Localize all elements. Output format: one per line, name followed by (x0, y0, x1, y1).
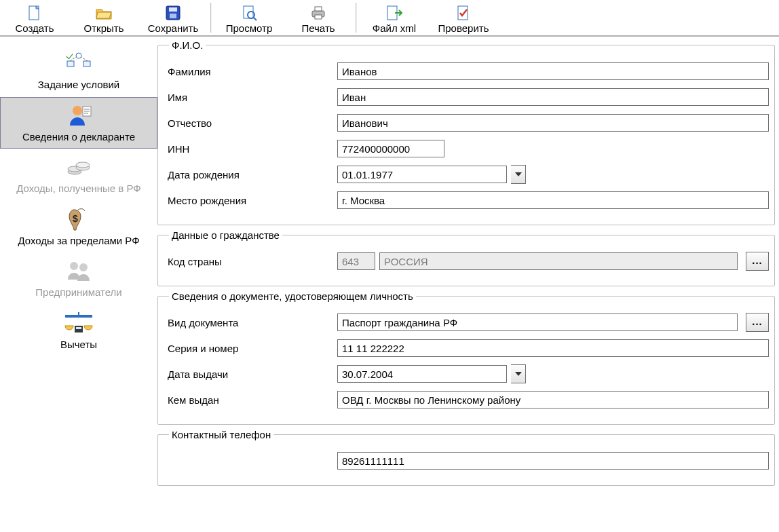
svg-point-27 (70, 262, 78, 270)
inn-label: ИНН (168, 143, 337, 155)
conditions-icon (65, 50, 92, 77)
birth-place-label: Место рождения (168, 195, 337, 206)
birth-place-input[interactable] (337, 191, 769, 209)
doc-issued-by-label: Кем выдан (168, 394, 337, 406)
svg-point-25 (76, 162, 90, 168)
sidebar-item-conditions[interactable]: Задание условий (0, 45, 157, 97)
sidebar-item-income-abroad[interactable]: $ Доходы за пределами РФ (0, 201, 157, 253)
name-label: Имя (168, 92, 337, 103)
new-file-icon (27, 4, 42, 22)
group-citizenship-legend: Данные о гражданстве (169, 229, 282, 241)
sidebar-item-label: Вычеты (60, 339, 97, 351)
patronymic-input[interactable] (337, 114, 769, 132)
svg-rect-3 (169, 7, 177, 12)
declarant-icon (65, 102, 92, 129)
print-label: Печать (301, 22, 335, 34)
toolbar-separator-1 (210, 3, 212, 33)
svg-rect-4 (170, 14, 176, 18)
deductions-icon (64, 309, 94, 337)
svg-rect-16 (83, 61, 90, 66)
income-abroad-icon: $ (67, 206, 90, 233)
check-doc-icon (456, 4, 471, 22)
check-button[interactable]: Проверить (429, 3, 498, 34)
main-toolbar: Создать Открыть Сохранить Просмотр Печат… (0, 0, 779, 37)
surname-input[interactable] (337, 62, 769, 80)
file-xml-button[interactable]: Файл xml (360, 3, 429, 34)
entrepreneurs-icon (64, 257, 93, 284)
svg-rect-10 (315, 15, 322, 19)
toolbar-separator-2 (356, 3, 357, 33)
chevron-down-icon (515, 172, 522, 176)
form-panel: Ф.И.О. Фамилия Имя Отчество ИНН Дата рож… (157, 37, 779, 532)
phone-input[interactable] (337, 452, 769, 470)
group-identity: Сведения о документе, удостоверяющем лич… (157, 290, 775, 425)
svg-point-17 (73, 106, 82, 115)
file-xml-label: Файл xml (373, 22, 416, 34)
svg-point-28 (79, 263, 88, 271)
birth-date-input[interactable] (337, 166, 507, 183)
sidebar-item-label: Сведения о декларанте (22, 132, 135, 143)
open-label: Открыть (84, 22, 124, 34)
folder-open-icon (95, 4, 113, 22)
navigation-sidebar: Задание условий Сведения о декларанте До… (0, 37, 157, 532)
country-name-field (379, 252, 738, 270)
group-citizenship: Данные о гражданстве Код страны ... (157, 229, 775, 286)
save-label: Сохранить (148, 22, 199, 34)
doc-issue-date-dropdown[interactable] (511, 364, 526, 383)
group-contact-legend: Контактный телефон (169, 429, 273, 440)
svg-rect-31 (76, 327, 81, 329)
create-button[interactable]: Создать (0, 3, 69, 34)
svg-rect-9 (315, 7, 322, 11)
preview-label: Просмотр (226, 22, 273, 34)
sidebar-item-label: Доходы за пределами РФ (18, 235, 139, 247)
svg-line-7 (254, 18, 256, 20)
open-button[interactable]: Открыть (69, 3, 138, 34)
country-lookup-button[interactable]: ... (746, 252, 769, 271)
svg-rect-15 (67, 61, 74, 66)
birth-date-dropdown[interactable] (511, 165, 526, 184)
group-fio-legend: Ф.И.О. (169, 39, 206, 51)
sidebar-item-income-rf[interactable]: Доходы, полученные в РФ (0, 149, 157, 201)
printer-icon (309, 4, 327, 22)
inn-input[interactable] (337, 140, 444, 157)
save-button[interactable]: Сохранить (138, 3, 208, 34)
surname-label: Фамилия (168, 66, 337, 77)
chevron-down-icon (515, 372, 522, 376)
doc-issue-date-input[interactable] (337, 365, 507, 383)
group-fio: Ф.И.О. Фамилия Имя Отчество ИНН Дата рож… (157, 39, 775, 225)
svg-text:$: $ (73, 213, 78, 224)
sidebar-item-declarant[interactable]: Сведения о декларанте (0, 97, 157, 149)
ellipsis-icon: ... (752, 254, 763, 266)
export-xml-icon (385, 4, 403, 22)
country-code-field (337, 252, 375, 270)
check-label: Проверить (438, 22, 489, 34)
sidebar-item-label: Доходы, полученные в РФ (16, 183, 141, 195)
doc-series-label: Серия и номер (168, 343, 337, 354)
create-label: Создать (15, 22, 54, 34)
country-code-label: Код страны (168, 256, 337, 267)
preview-button[interactable]: Просмотр (214, 3, 284, 34)
sidebar-item-deductions[interactable]: Вычеты (0, 305, 157, 357)
doc-series-input[interactable] (337, 339, 769, 357)
ellipsis-icon: ... (752, 316, 763, 327)
doc-issued-by-input[interactable] (337, 391, 769, 408)
sidebar-item-entrepreneurs[interactable]: Предприниматели (0, 252, 157, 305)
group-identity-legend: Сведения о документе, удостоверяющем лич… (169, 290, 416, 302)
group-contact: Контактный телефон (157, 429, 775, 486)
patronymic-label: Отчество (168, 117, 337, 129)
svg-rect-12 (458, 6, 468, 20)
doc-type-input[interactable] (337, 314, 738, 331)
print-button[interactable]: Печать (284, 3, 353, 34)
doc-type-label: Вид документа (168, 317, 337, 328)
svg-point-13 (76, 53, 81, 58)
save-icon (166, 4, 180, 22)
sidebar-item-label: Предприниматели (35, 287, 121, 299)
doc-issue-date-label: Дата выдачи (168, 368, 337, 380)
doc-type-lookup-button[interactable]: ... (746, 313, 769, 332)
name-input[interactable] (337, 88, 769, 106)
preview-icon (241, 4, 257, 22)
income-rf-icon (65, 153, 92, 180)
sidebar-item-label: Задание условий (38, 79, 120, 91)
birth-date-label: Дата рождения (168, 169, 337, 180)
